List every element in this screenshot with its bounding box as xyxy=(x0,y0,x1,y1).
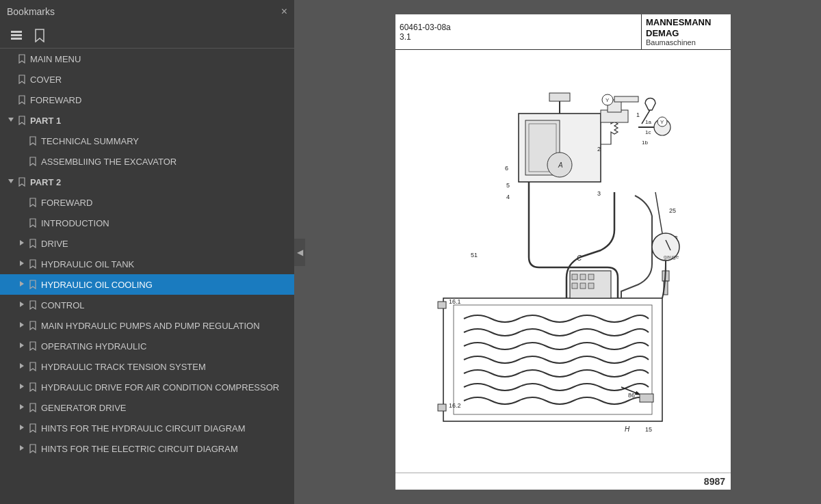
bookmark-icon-introduction xyxy=(27,218,38,228)
bookmark-icon-assembling xyxy=(27,157,38,166)
doc-header: 60461-03-08a 3.1 MANNESMANN DEMAG Baumas… xyxy=(395,14,731,50)
expand-arrow-generator-drive[interactable] xyxy=(16,403,27,412)
svg-text:Y: Y xyxy=(660,119,664,125)
bookmark-icon-operating-hydraulic xyxy=(27,341,38,351)
bookmark-label-cover: COVER xyxy=(30,75,289,85)
svg-rect-25 xyxy=(614,96,638,102)
bookmark-item-hints-electric[interactable]: HINTS FOR THE ELECTRIC CIRCUIT DIAGRAM xyxy=(0,438,294,459)
list-view-button[interactable] xyxy=(7,28,26,43)
bookmark-icon-foreward-1 xyxy=(16,95,27,105)
expand-arrow-part-2[interactable] xyxy=(5,178,16,186)
bookmark-icon-hydraulic-drive-ac xyxy=(27,382,38,392)
svg-text:6: 6 xyxy=(505,165,508,172)
bookmark-icon-foreward-2 xyxy=(27,198,38,207)
svg-text:gauge: gauge xyxy=(664,254,679,260)
svg-marker-13 xyxy=(20,404,24,410)
svg-text:1c: 1c xyxy=(645,129,651,135)
expand-arrow-hydraulic-track[interactable] xyxy=(16,362,27,371)
bookmark-item-hydraulic-oil-cooling[interactable]: HYDRAULIC OIL COOLING xyxy=(0,274,294,295)
bookmark-view-button[interactable] xyxy=(31,27,48,44)
svg-marker-3 xyxy=(8,118,14,122)
expand-arrow-main-hydraulic-pumps[interactable] xyxy=(16,321,27,330)
bookmark-label-generator-drive: GENERATOR DRIVE xyxy=(41,403,289,413)
expand-arrow-hydraulic-oil-tank[interactable] xyxy=(16,260,27,268)
bookmark-label-control: CONTROL xyxy=(41,300,289,310)
svg-text:16.2: 16.2 xyxy=(449,402,461,409)
document-panel: ◀ 60461-03-08a 3.1 MANNESMANN DEMAG Baum… xyxy=(294,0,821,504)
bookmark-item-hydraulic-drive-ac[interactable]: HYDRAULIC DRIVE FOR AIR CONDITION COMPRE… xyxy=(0,377,294,397)
bookmark-icon-generator-drive xyxy=(27,403,38,412)
bookmark-label-introduction: INTRODUCTION xyxy=(41,218,289,228)
svg-text:15: 15 xyxy=(645,426,652,433)
svg-rect-60 xyxy=(572,274,577,280)
svg-text:25: 25 xyxy=(669,207,676,214)
bookmark-item-technical-summary[interactable]: TECHNICAL SUMMARY xyxy=(0,131,294,151)
svg-rect-61 xyxy=(580,274,586,280)
svg-marker-4 xyxy=(8,179,14,183)
svg-text:1b: 1b xyxy=(642,140,648,146)
bookmark-item-assembling[interactable]: ASSEMBLIING THE EXCAVATOR xyxy=(0,151,294,172)
bookmark-item-hydraulic-track[interactable]: HYDRAULIC TRACK TENSION SYSTEM xyxy=(0,356,294,377)
bookmark-item-introduction[interactable]: INTRODUCTION xyxy=(0,213,294,233)
bookmark-item-operating-hydraulic[interactable]: OPERATING HYDRAULIC xyxy=(0,336,294,356)
bookmark-item-control[interactable]: CONTROL xyxy=(0,295,294,315)
bookmark-label-main-hydraulic-pumps: MAIN HYDRAULIC PUMPS AND PUMP REGULATION xyxy=(41,321,289,331)
expand-arrow-control[interactable] xyxy=(16,301,27,309)
bookmark-label-foreward-1: FOREWARD xyxy=(30,95,289,105)
bookmarks-panel: Bookmarks × MAIN MENU COVER FOREWARD PAR… xyxy=(0,0,294,504)
svg-marker-8 xyxy=(20,302,24,307)
expand-arrow-hydraulic-drive-ac[interactable] xyxy=(16,383,27,391)
doc-logo-text: MANNESMANN DEMAG xyxy=(646,17,711,38)
doc-footer: 8987 xyxy=(395,473,731,490)
bookmark-icon-hydraulic-oil-tank xyxy=(27,259,38,269)
svg-rect-65 xyxy=(588,283,594,289)
collapse-handle[interactable]: ◀ xyxy=(294,239,305,266)
bookmark-item-generator-drive[interactable]: GENERATOR DRIVE xyxy=(0,397,294,418)
expand-arrow-drive[interactable] xyxy=(16,239,27,248)
bookmark-label-hydraulic-track: HYDRAULIC TRACK TENSION SYSTEM xyxy=(41,362,289,372)
bookmark-item-hints-hydraulic[interactable]: HINTS FOR THE HYDRAULIC CIRCUIT DIAGRAM xyxy=(0,418,294,438)
bookmark-label-hydraulic-drive-ac: HYDRAULIC DRIVE FOR AIR CONDITION COMPRE… xyxy=(41,382,289,393)
bookmark-label-operating-hydraulic: OPERATING HYDRAULIC xyxy=(41,341,289,352)
bookmark-icon-control xyxy=(27,300,38,310)
bookmark-item-part-2[interactable]: PART 2 xyxy=(0,172,294,192)
svg-rect-1 xyxy=(11,34,22,36)
bookmark-item-cover[interactable]: COVER xyxy=(0,69,294,90)
svg-rect-2 xyxy=(11,38,22,40)
svg-rect-63 xyxy=(572,283,577,289)
bookmark-item-main-hydraulic-pumps[interactable]: MAIN HYDRAULIC PUMPS AND PUMP REGULATION xyxy=(0,315,294,336)
bookmark-item-foreward-1[interactable]: FOREWARD xyxy=(0,90,294,110)
bookmark-label-hydraulic-oil-tank: HYDRAULIC OIL TANK xyxy=(41,259,289,269)
svg-rect-64 xyxy=(580,283,586,289)
doc-footer-number: 8987 xyxy=(704,476,725,487)
bookmark-item-drive[interactable]: DRIVE xyxy=(0,233,294,254)
bookmark-item-foreward-2[interactable]: FOREWARD xyxy=(0,192,294,213)
svg-marker-15 xyxy=(20,445,24,451)
bookmark-label-assembling: ASSEMBLIING THE EXCAVATOR xyxy=(41,157,289,167)
expand-arrow-operating-hydraulic[interactable] xyxy=(16,342,27,350)
expand-arrow-part-1[interactable] xyxy=(5,116,16,124)
bookmarks-title: Bookmarks xyxy=(7,6,55,17)
doc-logo: MANNESMANN DEMAG Baumaschinen xyxy=(642,14,731,49)
svg-text:2: 2 xyxy=(597,146,601,152)
bookmark-label-foreward-2: FOREWARD xyxy=(41,198,289,208)
expand-arrow-hints-electric[interactable] xyxy=(16,445,27,453)
expand-arrow-hints-hydraulic[interactable] xyxy=(16,424,27,432)
bookmark-label-drive: DRIVE xyxy=(41,239,289,249)
bookmark-item-hydraulic-oil-tank[interactable]: HYDRAULIC OIL TANK xyxy=(0,254,294,274)
svg-rect-62 xyxy=(588,274,594,280)
bookmark-icon-hydraulic-track xyxy=(27,362,38,371)
technical-drawing: A Y Y xyxy=(395,50,731,470)
bookmark-item-main-menu[interactable]: MAIN MENU xyxy=(0,49,294,69)
svg-marker-11 xyxy=(20,363,24,369)
bookmark-item-part-1[interactable]: PART 1 xyxy=(0,110,294,131)
expand-arrow-hydraulic-oil-cooling[interactable] xyxy=(16,280,27,289)
close-icon[interactable]: × xyxy=(281,5,287,18)
bookmark-icon-technical-summary xyxy=(27,136,38,146)
bookmark-label-part-1: PART 1 xyxy=(30,116,289,126)
bookmark-label-part-2: PART 2 xyxy=(30,177,289,187)
bookmark-icon-hydraulic-oil-cooling xyxy=(27,280,38,289)
svg-marker-12 xyxy=(20,384,24,389)
bookmark-list[interactable]: MAIN MENU COVER FOREWARD PART 1 TECHNICA… xyxy=(0,49,294,504)
svg-line-55 xyxy=(655,192,662,233)
